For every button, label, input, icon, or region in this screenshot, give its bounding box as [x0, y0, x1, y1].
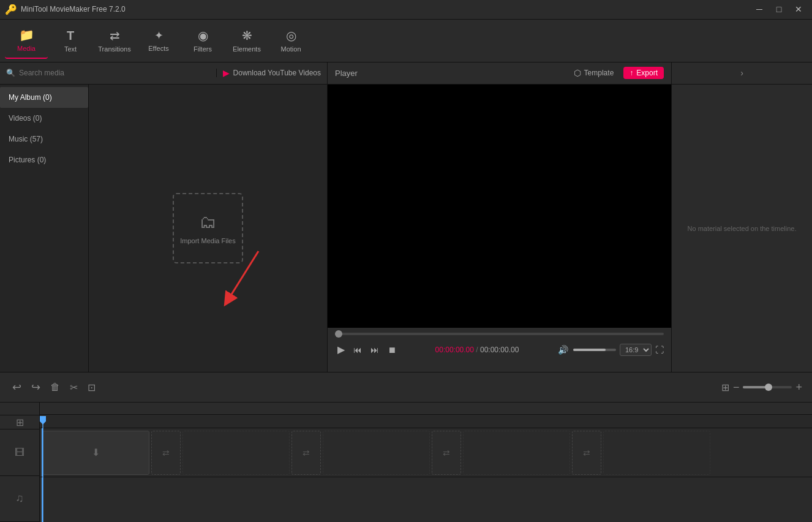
- zoom-out-button[interactable]: −: [733, 381, 740, 394]
- sidebar-item-pictures[interactable]: Pictures (0): [0, 149, 88, 170]
- text-icon: T: [67, 29, 74, 43]
- audio-track: [40, 477, 812, 522]
- video-track-label: 🎞: [0, 429, 39, 475]
- sidebar-item-videos[interactable]: Videos (0): [0, 108, 88, 129]
- toolbar-item-transitions[interactable]: ⇄ Transitions: [93, 22, 136, 59]
- toolbar-item-motion[interactable]: ◎ Motion: [269, 22, 312, 59]
- app: 🔑 MiniTool MovieMaker Free 7.2.0 ─ □ ✕ 📁…: [0, 0, 812, 522]
- stop-button[interactable]: ⏹: [385, 344, 399, 356]
- chevron-right-icon: ›: [740, 68, 743, 78]
- player-controls: ▶ ⏮ ⏭ ⏹ 00:00:00.00 / 00:00:00.00 🔊: [328, 328, 671, 372]
- download-youtube-button[interactable]: ▶ Download YouTube Videos: [217, 68, 327, 78]
- aspect-ratio-select[interactable]: 16:9 9:16 4:3 1:1: [620, 344, 652, 356]
- effects-label: Effects: [148, 45, 168, 52]
- transition-clip-4[interactable]: ⇄: [572, 431, 601, 475]
- time-total: 00:00:00.00: [480, 346, 519, 354]
- sidebar-item-my-album[interactable]: My Album (0): [0, 87, 88, 108]
- text-label: Text: [64, 45, 77, 53]
- sidebar: My Album (0) Videos (0) Music (57) Pictu…: [0, 85, 89, 373]
- add-track-area: ⊞: [0, 415, 39, 430]
- transition-clip-3[interactable]: ⇄: [432, 431, 461, 475]
- volume-button[interactable]: 🔊: [555, 344, 571, 356]
- zoom-thumb: [765, 384, 772, 391]
- zoom-area: ⊞ − +: [721, 381, 802, 394]
- empty-clip-2: [323, 431, 430, 475]
- media-content-area: 🗂 Import Media Files: [89, 85, 327, 373]
- app-title: MiniTool MovieMaker Free 7.2.0: [21, 5, 126, 13]
- sidebar-item-music[interactable]: Music (57): [0, 129, 88, 149]
- time-sep: /: [476, 346, 480, 354]
- import-wrapper: 🗂 Import Media Files: [173, 193, 243, 263]
- video-clip-main[interactable]: ⬇: [42, 431, 149, 475]
- player-actions: ⬡ Template ↑ Export: [569, 66, 664, 80]
- zoom-in-button[interactable]: +: [795, 381, 802, 394]
- search-input[interactable]: [19, 69, 210, 77]
- volume-slider[interactable]: [573, 349, 616, 351]
- volume-area: 🔊: [555, 344, 616, 356]
- undo-button[interactable]: ↩: [10, 378, 24, 396]
- delete-button[interactable]: 🗑: [48, 379, 62, 395]
- toolbar-item-media[interactable]: 📁 Media: [5, 22, 48, 59]
- toolbar-item-effects[interactable]: ✦ Effects: [137, 22, 180, 59]
- effects-icon: ✦: [154, 29, 164, 42]
- progress-bar[interactable]: [335, 333, 664, 335]
- transition-clip-2[interactable]: ⇄: [291, 431, 321, 475]
- cut-button[interactable]: ✂: [67, 379, 80, 396]
- export-button[interactable]: ↑ Export: [623, 67, 664, 79]
- template-button[interactable]: ⬡ Template: [569, 66, 619, 80]
- restore-button[interactable]: □: [770, 2, 788, 16]
- motion-icon: ◎: [286, 28, 296, 43]
- timeline-content: ⬇ ⇄ ⇄ ⇄ ⇄: [40, 403, 812, 522]
- import-label: Import Media Files: [180, 237, 235, 244]
- ruler-label: [0, 403, 39, 415]
- zoom-slider[interactable]: [743, 386, 792, 388]
- filters-icon: ◉: [198, 28, 208, 43]
- zoom-fill: [743, 386, 767, 388]
- toolbar: 📁 Media T Text ⇄ Transitions ✦ Effects ◉…: [0, 20, 812, 62]
- empty-clip-3: [463, 431, 570, 475]
- player-panel: Player ⬡ Template ↑ Export: [328, 62, 671, 373]
- minimize-button[interactable]: ─: [751, 2, 768, 16]
- filters-label: Filters: [194, 45, 212, 53]
- fullscreen-button[interactable]: ⛶: [655, 345, 664, 355]
- toolbar-item-text[interactable]: T Text: [49, 22, 92, 59]
- transition-clip-1[interactable]: ⇄: [151, 431, 181, 475]
- transport-bar: ↩ ↪ 🗑 ✂ ⊡ ⊞ − +: [0, 372, 812, 403]
- template-icon: ⬡: [574, 68, 581, 78]
- crop-button[interactable]: ⊡: [85, 379, 98, 396]
- import-folder-icon: 🗂: [200, 212, 217, 232]
- left-panel-body: My Album (0) Videos (0) Music (57) Pictu…: [0, 85, 327, 373]
- video-track-icon: 🎞: [15, 447, 24, 458]
- transitions-label: Transitions: [98, 45, 130, 53]
- no-material-panel: No material selected on the timeline.: [672, 85, 812, 373]
- elements-label: Elements: [233, 45, 261, 53]
- side-panel-toggle[interactable]: ›: [672, 62, 812, 85]
- redo-button[interactable]: ↪: [29, 378, 43, 396]
- video-track: ⬇ ⇄ ⇄ ⇄ ⇄: [40, 428, 812, 477]
- title-bar-left: 🔑 MiniTool MovieMaker Free 7.2.0: [5, 4, 126, 15]
- video-clip-icon: ⬇: [92, 447, 100, 458]
- youtube-icon: ▶: [223, 68, 230, 78]
- empty-clip-1: [182, 431, 290, 475]
- toolbar-item-elements[interactable]: ❋ Elements: [225, 22, 268, 59]
- close-button[interactable]: ✕: [790, 2, 807, 16]
- no-material-text: No material selected on the timeline.: [688, 225, 797, 232]
- search-area[interactable]: 🔍: [0, 69, 217, 77]
- zoom-fit-icon: ⊞: [721, 382, 729, 393]
- timeline: ⊞ 🎞 ♫ ⬇ ⇄ ⇄: [0, 403, 812, 522]
- search-icon: 🔍: [6, 69, 15, 77]
- toolbar-item-filters[interactable]: ◉ Filters: [181, 22, 224, 59]
- media-label: Media: [17, 45, 36, 52]
- elements-icon: ❋: [242, 28, 252, 43]
- time-current: 00:00:00.00: [435, 346, 474, 354]
- media-icon: 📁: [19, 28, 34, 42]
- player-title: Player: [335, 69, 358, 78]
- controls-row: ▶ ⏮ ⏭ ⏹ 00:00:00.00 / 00:00:00.00 🔊: [335, 342, 664, 357]
- play-button[interactable]: ▶: [335, 342, 347, 357]
- red-arrow: [222, 248, 277, 309]
- svg-line-1: [228, 251, 258, 300]
- prev-frame-button[interactable]: ⏮: [351, 344, 364, 356]
- side-panel: › No material selected on the timeline.: [671, 62, 812, 373]
- add-track-icon[interactable]: ⊞: [16, 417, 24, 428]
- next-frame-button[interactable]: ⏭: [368, 344, 382, 356]
